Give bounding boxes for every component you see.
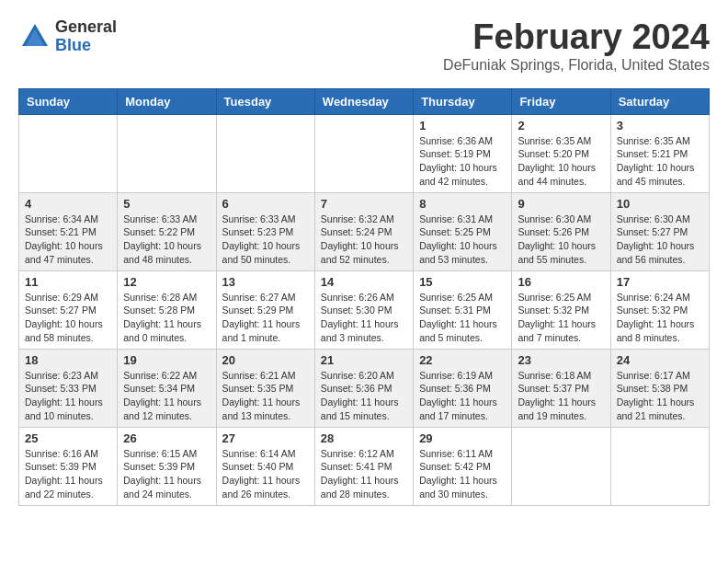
day-cell-6: 6Sunrise: 6:33 AMSunset: 5:23 PMDaylight… xyxy=(216,192,314,270)
day-number-6: 6 xyxy=(222,197,309,211)
calendar-body: 1Sunrise: 6:36 AMSunset: 5:19 PMDaylight… xyxy=(19,114,710,505)
day-info-18: Sunrise: 6:23 AMSunset: 5:33 PMDaylight:… xyxy=(25,369,111,423)
main-title: February 2024 xyxy=(443,18,710,57)
day-number-20: 20 xyxy=(222,353,309,367)
day-number-17: 17 xyxy=(617,275,703,289)
day-cell-19: 19Sunrise: 6:22 AMSunset: 5:34 PMDayligh… xyxy=(118,349,216,427)
day-number-7: 7 xyxy=(321,197,407,211)
day-cell-10: 10Sunrise: 6:30 AMSunset: 5:27 PMDayligh… xyxy=(610,192,709,270)
day-info-24: Sunrise: 6:17 AMSunset: 5:38 PMDaylight:… xyxy=(617,369,703,423)
logo-text: General Blue xyxy=(55,18,117,55)
header-row: SundayMondayTuesdayWednesdayThursdayFrid… xyxy=(19,88,710,114)
day-cell-7: 7Sunrise: 6:32 AMSunset: 5:24 PMDaylight… xyxy=(314,192,413,270)
day-cell-4: 4Sunrise: 6:34 AMSunset: 5:21 PMDaylight… xyxy=(19,192,118,270)
day-number-21: 21 xyxy=(321,353,407,367)
day-number-16: 16 xyxy=(518,275,604,289)
day-number-13: 13 xyxy=(222,275,309,289)
logo-blue-text: Blue xyxy=(55,37,117,55)
day-cell-1: 1Sunrise: 6:36 AMSunset: 5:19 PMDaylight… xyxy=(414,114,512,192)
day-number-19: 19 xyxy=(123,353,210,367)
day-cell-27: 27Sunrise: 6:14 AMSunset: 5:40 PMDayligh… xyxy=(216,427,314,505)
day-number-18: 18 xyxy=(25,353,111,367)
day-number-25: 25 xyxy=(25,431,111,445)
day-cell-25: 25Sunrise: 6:16 AMSunset: 5:39 PMDayligh… xyxy=(19,427,118,505)
day-info-20: Sunrise: 6:21 AMSunset: 5:35 PMDaylight:… xyxy=(222,369,309,423)
header-monday: Monday xyxy=(118,88,216,114)
day-info-8: Sunrise: 6:31 AMSunset: 5:25 PMDaylight:… xyxy=(419,213,506,267)
day-info-3: Sunrise: 6:35 AMSunset: 5:21 PMDaylight:… xyxy=(617,134,703,189)
day-cell-22: 22Sunrise: 6:19 AMSunset: 5:36 PMDayligh… xyxy=(414,349,512,427)
week-row-4: 25Sunrise: 6:16 AMSunset: 5:39 PMDayligh… xyxy=(19,427,710,505)
empty-cell xyxy=(118,114,216,192)
title-section: February 2024 DeFuniak Springs, Florida,… xyxy=(443,18,710,74)
day-info-26: Sunrise: 6:15 AMSunset: 5:39 PMDaylight:… xyxy=(123,447,210,501)
day-cell-8: 8Sunrise: 6:31 AMSunset: 5:25 PMDaylight… xyxy=(414,192,512,270)
page-header: General Blue February 2024 DeFuniak Spri… xyxy=(18,18,710,74)
day-cell-5: 5Sunrise: 6:33 AMSunset: 5:22 PMDaylight… xyxy=(118,192,216,270)
day-info-17: Sunrise: 6:24 AMSunset: 5:32 PMDaylight:… xyxy=(617,291,703,345)
day-number-10: 10 xyxy=(617,197,703,211)
day-info-9: Sunrise: 6:30 AMSunset: 5:26 PMDaylight:… xyxy=(518,213,604,267)
day-info-14: Sunrise: 6:26 AMSunset: 5:30 PMDaylight:… xyxy=(321,291,407,345)
day-info-23: Sunrise: 6:18 AMSunset: 5:37 PMDaylight:… xyxy=(518,369,604,423)
day-info-10: Sunrise: 6:30 AMSunset: 5:27 PMDaylight:… xyxy=(617,213,703,267)
header-saturday: Saturday xyxy=(610,88,709,114)
day-number-12: 12 xyxy=(123,275,210,289)
day-info-21: Sunrise: 6:20 AMSunset: 5:36 PMDaylight:… xyxy=(321,369,407,423)
day-number-22: 22 xyxy=(419,353,506,367)
logo: General Blue xyxy=(18,18,117,55)
day-cell-18: 18Sunrise: 6:23 AMSunset: 5:33 PMDayligh… xyxy=(19,349,118,427)
day-number-28: 28 xyxy=(321,431,407,445)
day-cell-17: 17Sunrise: 6:24 AMSunset: 5:32 PMDayligh… xyxy=(610,270,709,349)
day-cell-13: 13Sunrise: 6:27 AMSunset: 5:29 PMDayligh… xyxy=(216,270,314,349)
header-wednesday: Wednesday xyxy=(314,88,413,114)
day-number-23: 23 xyxy=(518,353,604,367)
day-info-2: Sunrise: 6:35 AMSunset: 5:20 PMDaylight:… xyxy=(518,134,604,189)
day-number-11: 11 xyxy=(25,275,111,289)
day-cell-12: 12Sunrise: 6:28 AMSunset: 5:28 PMDayligh… xyxy=(118,270,216,349)
header-sunday: Sunday xyxy=(19,88,118,114)
day-info-19: Sunrise: 6:22 AMSunset: 5:34 PMDaylight:… xyxy=(123,369,210,423)
week-row-2: 11Sunrise: 6:29 AMSunset: 5:27 PMDayligh… xyxy=(19,270,710,349)
header-friday: Friday xyxy=(512,88,610,114)
day-number-1: 1 xyxy=(419,119,506,132)
day-info-11: Sunrise: 6:29 AMSunset: 5:27 PMDaylight:… xyxy=(25,291,111,345)
calendar-header: SundayMondayTuesdayWednesdayThursdayFrid… xyxy=(19,88,710,114)
day-info-22: Sunrise: 6:19 AMSunset: 5:36 PMDaylight:… xyxy=(419,369,506,423)
sub-title: DeFuniak Springs, Florida, United States xyxy=(443,57,710,74)
logo-icon xyxy=(18,20,51,53)
empty-cell xyxy=(19,114,118,192)
day-info-16: Sunrise: 6:25 AMSunset: 5:32 PMDaylight:… xyxy=(518,291,604,345)
day-info-15: Sunrise: 6:25 AMSunset: 5:31 PMDaylight:… xyxy=(419,291,506,345)
day-number-14: 14 xyxy=(321,275,407,289)
empty-cell xyxy=(216,114,314,192)
day-info-1: Sunrise: 6:36 AMSunset: 5:19 PMDaylight:… xyxy=(419,134,506,189)
day-cell-23: 23Sunrise: 6:18 AMSunset: 5:37 PMDayligh… xyxy=(512,349,610,427)
day-info-27: Sunrise: 6:14 AMSunset: 5:40 PMDaylight:… xyxy=(222,447,309,501)
day-info-28: Sunrise: 6:12 AMSunset: 5:41 PMDaylight:… xyxy=(321,447,407,501)
day-info-13: Sunrise: 6:27 AMSunset: 5:29 PMDaylight:… xyxy=(222,291,309,345)
empty-cell xyxy=(314,114,413,192)
day-number-5: 5 xyxy=(123,197,210,211)
week-row-1: 4Sunrise: 6:34 AMSunset: 5:21 PMDaylight… xyxy=(19,192,710,270)
week-row-0: 1Sunrise: 6:36 AMSunset: 5:19 PMDaylight… xyxy=(19,114,710,192)
week-row-3: 18Sunrise: 6:23 AMSunset: 5:33 PMDayligh… xyxy=(19,349,710,427)
day-cell-9: 9Sunrise: 6:30 AMSunset: 5:26 PMDaylight… xyxy=(512,192,610,270)
day-cell-20: 20Sunrise: 6:21 AMSunset: 5:35 PMDayligh… xyxy=(216,349,314,427)
header-tuesday: Tuesday xyxy=(216,88,314,114)
day-cell-29: 29Sunrise: 6:11 AMSunset: 5:42 PMDayligh… xyxy=(414,427,512,505)
day-cell-16: 16Sunrise: 6:25 AMSunset: 5:32 PMDayligh… xyxy=(512,270,610,349)
day-number-8: 8 xyxy=(419,197,506,211)
logo-general-text: General xyxy=(55,18,117,37)
day-number-15: 15 xyxy=(419,275,506,289)
day-number-24: 24 xyxy=(617,353,703,367)
day-number-4: 4 xyxy=(25,197,111,211)
day-number-27: 27 xyxy=(222,431,309,445)
day-info-29: Sunrise: 6:11 AMSunset: 5:42 PMDaylight:… xyxy=(419,447,506,501)
day-cell-15: 15Sunrise: 6:25 AMSunset: 5:31 PMDayligh… xyxy=(414,270,512,349)
day-info-4: Sunrise: 6:34 AMSunset: 5:21 PMDaylight:… xyxy=(25,213,111,267)
day-cell-24: 24Sunrise: 6:17 AMSunset: 5:38 PMDayligh… xyxy=(610,349,709,427)
day-cell-11: 11Sunrise: 6:29 AMSunset: 5:27 PMDayligh… xyxy=(19,270,118,349)
empty-cell xyxy=(512,427,610,505)
day-number-9: 9 xyxy=(518,197,604,211)
